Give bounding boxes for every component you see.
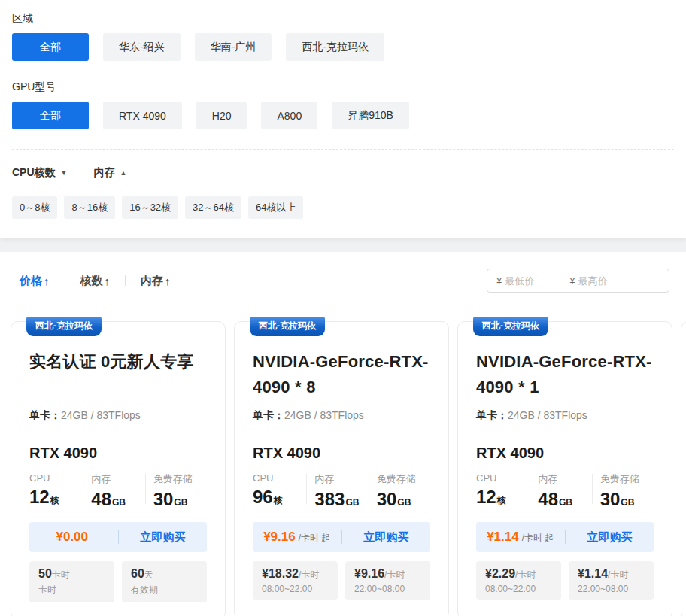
sub-price-chip: ¥9.16/卡时 22:00~08:00 (345, 561, 430, 600)
spec-value: 12 (476, 487, 496, 507)
price-display: ¥1.14/卡时 起 (476, 530, 565, 545)
sort-by-cores-label: 核数 (80, 274, 103, 288)
sub-price-row: 50卡时 卡时 60天 有效期 (29, 561, 207, 602)
filter-divider (12, 149, 674, 150)
spec-unit: GB (621, 497, 634, 508)
sub-price-caption: 22:00~08:00 (578, 584, 645, 594)
core-range-16-32[interactable]: 16～32核 (122, 196, 178, 219)
per-card-label: 单卡： (29, 409, 61, 421)
sub-price-caption: 22:00~08:00 (354, 584, 421, 594)
spec-label: 免费存储 (377, 472, 430, 486)
sub-price-unit: /卡时 (384, 569, 405, 580)
gpu-option-ascend910b[interactable]: 昇腾910B (332, 102, 409, 129)
buy-now-button[interactable]: 立即购买 (119, 530, 208, 545)
gpu-option-h20[interactable]: H20 (196, 102, 247, 129)
spec-value: 48 (538, 489, 558, 509)
max-price-input[interactable] (578, 275, 639, 287)
buy-now-button[interactable]: 立即购买 (342, 530, 431, 545)
per-card-label: 单卡： (476, 409, 508, 421)
memory-dropdown[interactable]: 内存 ▲ (93, 166, 126, 180)
vertical-divider (592, 474, 593, 504)
cpu-cores-dropdown[interactable]: CPU核数 ▼ (12, 166, 67, 180)
results-section: 价格↑ 核数↑ 内存↑ ¥ ¥ 西北-克拉玛依 实名认证 0元新人专享 单卡：2… (0, 252, 686, 616)
region-ribbon: 西北-克拉玛依 (473, 317, 548, 336)
spec-value: 48 (91, 489, 111, 509)
region-option-huadong-shaoxing[interactable]: 华东-绍兴 (103, 33, 181, 61)
sub-price-main: ¥18.32 (262, 567, 299, 580)
spec-label: 内存 (314, 472, 368, 486)
spec-storage: 免费存储 30GB (600, 472, 654, 508)
gpu-name: RTX 4090 (476, 445, 654, 462)
per-card-value: 24GB / 83TFlops (508, 409, 587, 421)
spec-label: CPU (476, 472, 530, 484)
spec-storage: 免费存储 30GB (153, 472, 207, 508)
sub-price-row: ¥2.29/卡时 08:00~22:00 ¥1.14/卡时 22:00~08:0… (476, 561, 654, 600)
sub-price-caption: 有效期 (131, 584, 198, 596)
spec-label: 免费存储 (600, 472, 654, 486)
card-title: 实名认证 0元新人专享 (29, 349, 207, 400)
price-suffix: /卡时 起 (522, 533, 554, 543)
region-ribbon: 西北-克拉玛依 (250, 317, 325, 336)
advanced-filter-row: CPU核数 ▼ 内存 ▲ (12, 166, 674, 180)
sub-price-unit: 天 (144, 569, 153, 580)
sub-price-chip: 60天 有效期 (122, 561, 207, 602)
spec-unit: GB (559, 497, 572, 508)
spec-label: 免费存储 (153, 472, 207, 486)
sort-by-memory[interactable]: 内存↑ (141, 274, 171, 288)
sub-price-main: ¥2.29 (485, 567, 515, 580)
price-bar: ¥1.14/卡时 起 立即购买 (476, 522, 654, 552)
spec-unit: 核 (497, 495, 506, 505)
min-price-input[interactable] (505, 275, 566, 287)
chevron-up-icon: ▲ (120, 169, 126, 177)
core-range-chips: 0～8核 8～16核 16～32核 32～64核 64核以上 (12, 196, 674, 219)
price-display: ¥0.00 (29, 530, 118, 545)
sub-price-chip: ¥2.29/卡时 08:00~22:00 (476, 561, 561, 600)
chevron-down-icon: ▼ (61, 169, 68, 177)
cpu-cores-dropdown-label: CPU核数 (12, 166, 56, 180)
per-card-value: 24GB / 83TFlops (284, 409, 364, 421)
spec-value: 383 (314, 489, 345, 509)
spec-cpu: CPU 12核 (29, 472, 83, 506)
price-amount: ¥0.00 (56, 530, 88, 544)
region-ribbon: 西北-克拉玛依 (26, 317, 102, 336)
card-divider (29, 432, 207, 432)
core-range-0-8[interactable]: 0～8核 (12, 196, 57, 219)
sub-price-chip: ¥1.14/卡时 22:00~08:00 (569, 561, 654, 600)
core-range-32-64[interactable]: 32～64核 (185, 196, 241, 219)
region-option-xibei-kelamayi[interactable]: 西北-克拉玛依 (286, 33, 384, 61)
yen-icon: ¥ (496, 275, 502, 287)
gpu-option-rtx4090[interactable]: RTX 4090 (103, 102, 182, 129)
sort-by-price[interactable]: 价格↑ (20, 274, 50, 288)
gpu-option-a800[interactable]: A800 (261, 102, 317, 129)
core-range-64plus[interactable]: 64核以上 (248, 196, 303, 219)
price-amount: ¥1.14 (487, 530, 519, 544)
gpu-name: RTX 4090 (29, 445, 207, 462)
price-display: ¥9.16/卡时 起 (253, 530, 341, 545)
yen-icon: ¥ (569, 275, 575, 287)
filter-panel: 区域 全部 华东-绍兴 华南-广州 西北-克拉玛依 GPU型号 全部 RTX 4… (0, 0, 686, 238)
spec-cpu: CPU 12核 (476, 472, 530, 506)
region-option-all[interactable]: 全部 (12, 33, 89, 61)
region-option-huanan-guangzhou[interactable]: 华南-广州 (195, 33, 272, 61)
card-title: NVIDIA-GeForce-RTX-4090 * 8 (253, 349, 430, 400)
spec-unit: GB (174, 497, 187, 508)
spec-memory: 内存 48GB (91, 472, 144, 508)
region-options-row: 全部 华东-绍兴 华南-广州 西北-克拉玛依 (12, 33, 674, 61)
region-filter: 区域 全部 华东-绍兴 华南-广州 西北-克拉玛依 (12, 12, 674, 61)
sub-price-chip: ¥18.32/卡时 08:00~22:00 (253, 561, 338, 600)
spec-label: CPU (253, 472, 306, 484)
vertical-divider (65, 275, 65, 286)
arrow-up-icon: ↑ (105, 275, 111, 287)
gpu-model-filter-label: GPU型号 (12, 80, 674, 94)
core-range-8-16[interactable]: 8～16核 (64, 196, 115, 219)
sort-by-cores[interactable]: 核数↑ (80, 274, 111, 288)
sub-price-row: ¥18.32/卡时 08:00~22:00 ¥9.16/卡时 22:00~08:… (253, 561, 430, 600)
section-gap-band (0, 238, 686, 252)
spec-label: 内存 (538, 472, 591, 486)
sub-price-unit: /卡时 (515, 569, 536, 580)
sub-price-chip: 50卡时 卡时 (29, 561, 114, 602)
spec-value: 96 (253, 487, 273, 507)
buy-now-button[interactable]: 立即购买 (566, 530, 654, 545)
sub-price-caption: 08:00~22:00 (485, 584, 552, 594)
gpu-option-all[interactable]: 全部 (12, 102, 89, 129)
